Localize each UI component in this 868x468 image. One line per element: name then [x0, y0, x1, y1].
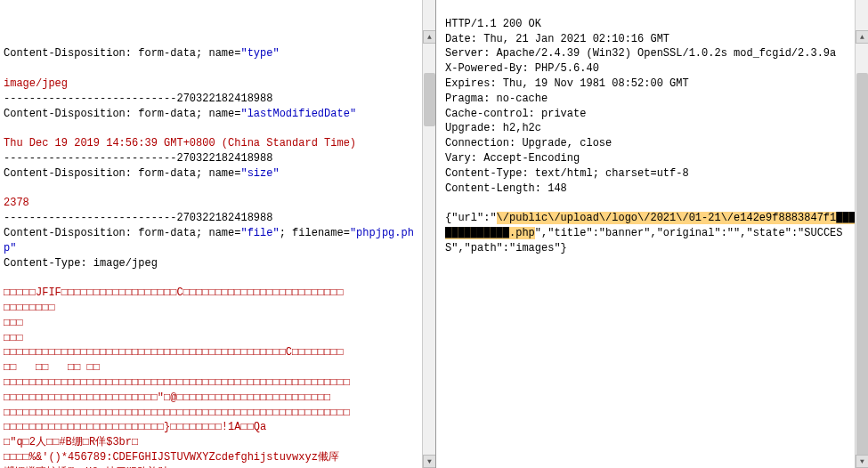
scroll-thumb[interactable]: [856, 73, 868, 468]
response-header: Connection: Upgrade, close: [445, 137, 612, 149]
form-body: 2378: [4, 197, 29, 209]
binary-data: □□□□□□□□□□□□□□□□□□□□□□□□□□□□□□□□□□□□□□□□…: [4, 376, 350, 389]
scroll-up-icon[interactable]: ▲: [856, 30, 868, 44]
scroll-track[interactable]: [856, 73, 868, 468]
response-header: Cache-control: private: [445, 108, 586, 120]
response-pane: HTTP/1.1 200 OK Date: Thu, 21 Jan 2021 0…: [436, 0, 868, 468]
scroll-down-icon[interactable]: ▼: [856, 455, 868, 468]
response-header: Content-Length: 148: [445, 182, 567, 195]
scroll-up-icon[interactable]: ▲: [423, 30, 436, 44]
response-header: Vary: Accept-Encoding: [445, 152, 580, 165]
boundary: ---------------------------2703221824189…: [4, 152, 272, 165]
response-header: Pragma: no-cache: [445, 93, 548, 105]
response-header: X-Powered-By: PHP/5.6.40: [445, 62, 599, 75]
response-header: Upgrade: h2,h2c: [445, 122, 541, 134]
response-header: Server: Apache/2.4.39 (Win32) OpenSSL/1.…: [445, 47, 836, 60]
form-header-line: Content-Disposition: form-data; name="si…: [4, 167, 280, 180]
request-scrollbar[interactable]: ▲ ▼: [422, 0, 435, 468]
split-view: Content-Disposition: form-data; name="ty…: [0, 0, 868, 468]
binary-data: □□□□□JFIF□□□□□□□□□□□□□□□□□□C□□□□□□□□□□□□…: [4, 286, 344, 299]
binary-data: □□□□□□□□□□□□□□□□□□□□□□□□□□□□□□□□□□□□□□□□…: [4, 407, 350, 419]
form-body: Thu Dec 19 2019 14:56:39 GMT+0800 (China…: [4, 137, 356, 149]
binary-data: □□□□□□□□□□□□□□□□□□□□□□□□□□□□□□□□□□□□□□□□…: [4, 346, 344, 359]
binary-data: □□□□□□□□: [4, 302, 55, 314]
scroll-down-icon[interactable]: ▼: [423, 455, 436, 468]
request-content: Content-Disposition: form-data; name="ty…: [4, 32, 432, 468]
form-body: image/jpeg: [4, 77, 68, 90]
scroll-thumb[interactable]: [424, 73, 435, 126]
form-header-line: Content-Disposition: form-data; name="fi…: [4, 227, 414, 254]
boundary: ---------------------------2703221824189…: [4, 212, 272, 224]
binary-data: □□□: [4, 332, 23, 344]
response-body: {"url":"\/public\/upload\/logo\/2021\/01…: [445, 212, 856, 254]
form-header-line: Content-Disposition: form-data; name="la…: [4, 108, 356, 120]
binary-data: □□ □□ □□ □□: [4, 361, 100, 374]
response-header: Content-Type: text/html; charset=utf-8: [445, 167, 689, 180]
response-header: Expires: Thu, 19 Nov 1981 08:52:00 GMT: [445, 77, 689, 90]
binary-data: □□□: [4, 317, 23, 329]
boundary: ---------------------------2703221824189…: [4, 93, 272, 105]
form-header-line: Content-Disposition: form-data; name="ty…: [4, 47, 280, 60]
binary-data: □"q□2人□□#B绷□R佯$3br□: [4, 436, 138, 448]
binary-data: □□□□□□□□□□□□□□□□□□□□□□□□"□@□□□□□□□□□□□□□…: [4, 391, 330, 404]
request-pane: Content-Disposition: form-data; name="ty…: [0, 0, 436, 468]
response-header: Date: Thu, 21 Jan 2021 02:10:16 GMT: [445, 33, 669, 45]
response-header: HTTP/1.1 200 OK: [445, 18, 541, 30]
binary-data: □□□□%&'()*456789:CDEFGHIJSTUVWXYZcdefghi…: [4, 451, 339, 464]
response-scrollbar[interactable]: ▲ ▼: [855, 0, 868, 468]
scroll-track[interactable]: [423, 73, 435, 468]
binary-data: □□□□□□□□□□□□□□□□□□□□□□□□□}□□□□□□□□!1A□□Q…: [4, 421, 266, 433]
content-type-line: Content-Type: image/jpeg: [4, 257, 158, 270]
